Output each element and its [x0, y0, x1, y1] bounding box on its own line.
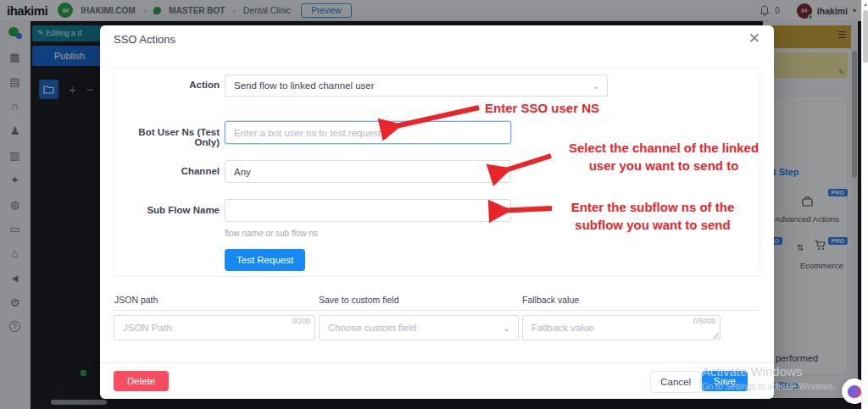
divider — [100, 362, 774, 363]
sso-actions-modal: SSO Actions ✕ Action Send flow to linked… — [100, 25, 774, 399]
custom-field-header: Save to custom field — [319, 295, 399, 305]
brain-icon — [848, 385, 861, 398]
fallback-header: Fallback value — [522, 295, 579, 305]
page-scrollbar-thumb[interactable] — [863, 10, 868, 63]
save-button[interactable]: Save — [702, 371, 748, 391]
scroll-up-icon: ▲ — [862, 2, 868, 7]
channel-label: Channel — [114, 166, 220, 176]
channel-select[interactable]: Any ⌄ — [225, 160, 511, 183]
bot-user-ns-input[interactable] — [225, 121, 511, 144]
bot-user-ns-label: Bot User Ns (Test Only) — [114, 127, 220, 147]
custom-field-select[interactable]: Choose custom field ⌄ — [319, 315, 519, 340]
action-select-value: Send flow to linked channel user — [234, 80, 375, 91]
chevron-down-icon: ⌄ — [496, 167, 503, 176]
action-select[interactable]: Send flow to linked channel user ⌄ — [225, 75, 608, 97]
code-icon: </> — [493, 207, 504, 215]
action-label: Action — [114, 80, 220, 90]
fallback-counter: 0/5000 — [693, 317, 715, 325]
sub-flow-name-label: Sub Flow Name — [114, 205, 220, 215]
divider — [114, 310, 760, 311]
app-root: ihakimi IH IHAKIMI.COM › MASTER BOT › De… — [0, 0, 868, 409]
channel-select-value: Any — [234, 167, 251, 177]
custom-field-placeholder: Choose custom field — [328, 323, 416, 333]
chevron-down-icon: ⌄ — [504, 323, 510, 333]
json-path-input[interactable] — [114, 315, 315, 340]
sub-flow-hint: flow name or sub flow ns — [225, 229, 318, 238]
page-scrollbar[interactable]: ▲ — [861, 0, 868, 409]
json-path-header: JSON path — [114, 295, 158, 305]
resize-grip[interactable] — [713, 333, 719, 339]
sub-flow-name-input[interactable] — [225, 199, 511, 222]
json-path-counter: 0/200 — [292, 317, 310, 325]
close-icon[interactable]: ✕ — [748, 30, 760, 47]
modal-title: SSO Actions — [114, 33, 175, 46]
chevron-down-icon: ⌄ — [593, 81, 599, 91]
fallback-value-input[interactable] — [522, 315, 721, 340]
test-request-button[interactable]: Test Request — [225, 249, 305, 271]
cancel-button[interactable]: Cancel — [650, 371, 701, 393]
delete-button[interactable]: Delete — [114, 371, 169, 391]
